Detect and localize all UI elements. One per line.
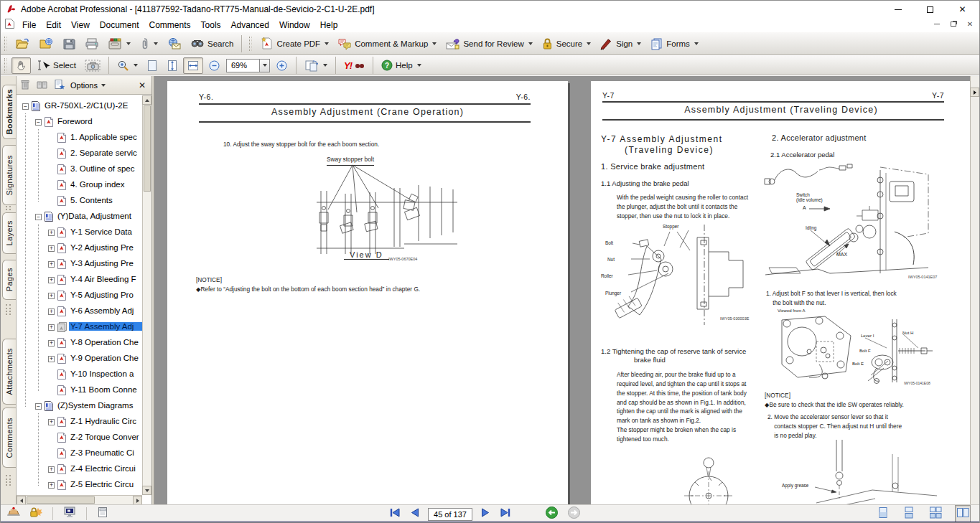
new-bookmark-icon[interactable] <box>54 79 65 91</box>
save-button[interactable] <box>59 35 80 52</box>
bookmark-item[interactable]: Z-3 Pneumatic Ci <box>17 446 142 462</box>
forms-button[interactable]: Forms <box>646 35 702 52</box>
organizer-button[interactable] <box>104 35 134 52</box>
bookmark-item[interactable]: −GR-750XL-2/C1(U)-2E <box>17 99 142 115</box>
collapse-box-icon[interactable]: − <box>35 214 42 220</box>
bookmark-item[interactable]: 2. Separate servic <box>17 146 142 162</box>
last-page-button[interactable] <box>500 507 512 521</box>
expand-box-icon[interactable]: + <box>48 308 55 315</box>
page-number-input[interactable] <box>428 508 472 521</box>
bookmark-item[interactable]: Y-11 Boom Conne <box>17 383 142 399</box>
page-display-button[interactable] <box>301 57 331 74</box>
menu-edit[interactable]: Edit <box>41 19 66 31</box>
page-view-icon[interactable] <box>97 506 108 521</box>
bookmark-item[interactable]: +Y-8 Operation Che <box>17 336 142 352</box>
minimize-button[interactable] <box>882 1 914 18</box>
expand-box-icon[interactable]: + <box>48 261 55 268</box>
menu-document[interactable]: Document <box>95 19 144 31</box>
scroll-up-button[interactable] <box>142 95 151 105</box>
bookmark-item[interactable]: +Y-2 Adjusting Pre <box>17 241 142 257</box>
expand-box-icon[interactable]: + <box>48 277 55 283</box>
previous-page-button[interactable] <box>409 507 419 521</box>
zoom-level-dropdown[interactable] <box>259 59 270 72</box>
collapse-box-icon[interactable]: − <box>35 119 42 126</box>
select-tool-button[interactable]: Select <box>32 57 80 73</box>
document-vertical-scrollbar[interactable] <box>970 76 979 504</box>
tab-signatures[interactable]: Signatures <box>2 145 16 205</box>
bookmark-item[interactable]: +Y-9 Operation Che <box>17 352 142 367</box>
tab-pages[interactable]: Pages <box>2 260 16 300</box>
close-button[interactable]: ✕ <box>946 1 979 18</box>
fit-page-button[interactable] <box>163 57 182 74</box>
send-review-caret[interactable] <box>528 42 533 45</box>
close-panel-icon[interactable]: ✕ <box>136 80 148 90</box>
bookmark-item[interactable]: 1. Applicable spec <box>17 131 142 146</box>
bookmark-item[interactable]: +Z-5 Electric Circu <box>17 478 142 494</box>
expand-box-icon[interactable]: + <box>48 245 55 252</box>
yahoo-search-button[interactable]: Y! <box>340 58 368 73</box>
search-button[interactable]: Search <box>187 36 237 52</box>
menu-help[interactable]: Help <box>315 19 343 31</box>
expand-box-icon[interactable]: + <box>48 324 55 331</box>
create-pdf-button[interactable]: Create PDF <box>256 34 332 52</box>
expand-box-icon[interactable]: + <box>48 340 55 347</box>
toolbar-grip[interactable] <box>249 37 252 51</box>
page-display-caret[interactable] <box>323 64 327 67</box>
expand-box-icon[interactable]: + <box>48 356 55 362</box>
bookmark-item[interactable]: +Y-4 Air Bleeding F <box>17 273 142 288</box>
tab-attachments[interactable]: Attachments <box>2 339 16 405</box>
bookmark-item[interactable]: +Y-3 Adjusting Pre <box>17 257 142 273</box>
continuous-facing-layout-button[interactable] <box>928 505 943 523</box>
attach-button[interactable] <box>136 35 162 52</box>
menu-comments[interactable]: Comments <box>144 19 196 31</box>
next-page-button[interactable] <box>481 507 491 521</box>
bookmark-item[interactable]: Z-2 Torque Conver <box>17 430 142 446</box>
attach-dropdown-caret[interactable] <box>154 42 158 45</box>
previous-view-button[interactable] <box>545 506 559 522</box>
maximize-button[interactable] <box>914 1 946 18</box>
hand-tool-button[interactable] <box>11 57 31 74</box>
pane-arrow-icon[interactable] <box>970 88 979 97</box>
menu-tools[interactable]: Tools <box>196 19 226 31</box>
create-pdf-caret[interactable] <box>325 42 329 45</box>
tab-comments[interactable]: Comments <box>2 407 16 468</box>
next-view-button[interactable] <box>567 506 581 522</box>
tab-layers[interactable]: Layers <box>2 212 16 254</box>
comment-markup-caret[interactable] <box>432 42 437 45</box>
bookmark-item[interactable]: 3. Outline of spec <box>17 162 142 178</box>
help-caret[interactable] <box>417 64 421 67</box>
comment-markup-button[interactable]: Comment & Markup <box>334 35 440 52</box>
scrollbar-thumb[interactable] <box>144 105 151 192</box>
help-button[interactable]: ?Help <box>378 57 425 73</box>
fit-width-button[interactable] <box>183 57 203 74</box>
doc-restore-button[interactable] <box>948 19 958 29</box>
print-button[interactable] <box>81 35 103 52</box>
zoom-level-input[interactable] <box>226 59 259 72</box>
zoom-tool-caret[interactable] <box>134 64 138 67</box>
expand-box-icon[interactable]: + <box>48 482 55 489</box>
menu-advanced[interactable]: Advanced <box>226 19 274 31</box>
collapse-box-icon[interactable]: − <box>35 403 42 410</box>
snapshot-button[interactable] <box>81 57 104 74</box>
zoom-out-button[interactable] <box>205 57 224 74</box>
bookmark-item[interactable]: 4. Group index <box>17 178 142 194</box>
delete-bookmark-icon[interactable] <box>20 79 30 91</box>
facing-layout-button[interactable] <box>955 505 971 523</box>
bookmarks-vertical-scrollbar[interactable] <box>142 95 151 495</box>
email-button[interactable] <box>163 35 185 52</box>
doc-minimize-button[interactable] <box>932 19 942 29</box>
security-settings-icon[interactable] <box>29 506 42 521</box>
toolbar-grip[interactable] <box>4 58 7 72</box>
secure-button[interactable]: Secure <box>538 35 594 52</box>
sign-button[interactable]: Sign <box>596 35 645 52</box>
expand-current-bookmark-icon[interactable] <box>36 80 48 91</box>
bookmark-item[interactable]: +Y-5 Adjusting Pro <box>17 288 142 304</box>
actual-size-button[interactable] <box>143 57 162 74</box>
organizer-dropdown-caret[interactable] <box>126 42 131 45</box>
collapse-box-icon[interactable]: − <box>22 103 29 110</box>
bookmark-item[interactable]: −(Y)Data, Adjustment <box>17 209 142 225</box>
bookmark-item[interactable]: +Y-6 Assembly Adj <box>17 304 142 320</box>
menu-window[interactable]: Window <box>274 19 315 31</box>
continuous-layout-button[interactable] <box>902 505 916 523</box>
bookmark-item[interactable]: −Foreword <box>17 115 142 131</box>
